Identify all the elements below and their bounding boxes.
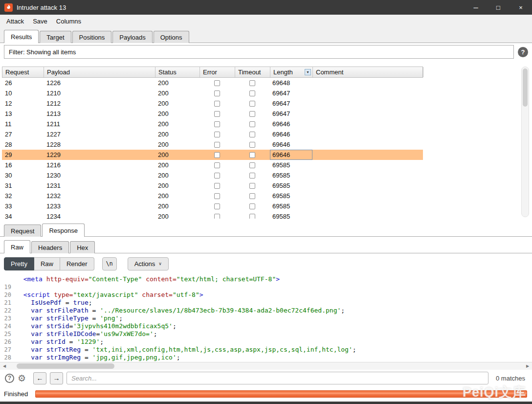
close-icon[interactable]: × <box>510 0 532 15</box>
timeout-checkbox[interactable] <box>249 162 255 168</box>
tab-options[interactable]: Options <box>154 31 189 43</box>
timeout-checkbox[interactable] <box>249 132 255 137</box>
error-checkbox[interactable] <box>214 90 220 96</box>
error-checkbox[interactable] <box>214 132 220 137</box>
timeout-checkbox[interactable] <box>249 193 255 199</box>
error-checkbox-cell <box>200 119 235 129</box>
next-match-button[interactable]: → <box>50 372 63 384</box>
table-row[interactable]: 12121220069647 <box>2 98 423 109</box>
error-checkbox[interactable] <box>214 162 220 168</box>
comment-cell <box>312 191 423 201</box>
tab-hex[interactable]: Hex <box>70 241 95 253</box>
request-cell: 32 <box>2 191 44 201</box>
payload-cell: 1211 <box>44 119 155 129</box>
error-checkbox[interactable] <box>214 121 220 127</box>
line-number: 20 <box>0 291 16 299</box>
request-cell: 29 <box>2 150 44 160</box>
menu-attack[interactable]: Attack <box>2 16 28 26</box>
scroll-left-icon[interactable]: ◀ <box>0 362 9 370</box>
table-row[interactable]: 32123220069585 <box>2 191 423 201</box>
filter-bar[interactable]: Filter: Showing all items <box>4 45 514 59</box>
menu-columns[interactable]: Columns <box>52 16 86 26</box>
horizontal-scrollbar-thumb[interactable] <box>17 363 114 369</box>
error-checkbox[interactable] <box>214 111 220 117</box>
status-cell: 200 <box>155 201 200 211</box>
column-header-request[interactable]: Request <box>2 67 44 77</box>
timeout-checkbox[interactable] <box>249 152 255 158</box>
table-row[interactable]: 16121620069585 <box>2 160 423 170</box>
tab-results[interactable]: Results <box>4 30 39 43</box>
timeout-checkbox[interactable] <box>249 121 255 127</box>
error-checkbox[interactable] <box>214 203 220 209</box>
column-header-payload[interactable]: Payload <box>44 67 155 77</box>
table-row[interactable]: 11121120069646 <box>2 119 423 129</box>
error-checkbox[interactable] <box>214 173 220 179</box>
timeout-checkbox[interactable] <box>249 203 255 209</box>
timeout-checkbox[interactable] <box>249 101 255 107</box>
column-header-error[interactable]: Error <box>200 67 235 77</box>
error-checkbox[interactable] <box>214 193 220 199</box>
title-bar[interactable]: Intruder attack 13 ─ □ × <box>0 0 532 15</box>
actions-button[interactable]: Actions ∨ <box>128 257 169 270</box>
help-icon[interactable]: ? <box>518 47 528 57</box>
timeout-checkbox[interactable] <box>249 111 255 117</box>
code-line: 22 var strFilePath = '../Resource/slaves… <box>0 307 532 314</box>
menu-save[interactable]: Save <box>28 16 52 26</box>
tab-target[interactable]: Target <box>40 31 71 43</box>
timeout-checkbox[interactable] <box>249 173 255 179</box>
search-input[interactable] <box>66 372 488 384</box>
tab-response[interactable]: Response <box>42 224 85 237</box>
table-row[interactable]: 30123020069585 <box>2 170 423 180</box>
table-row[interactable]: 13121320069647 <box>2 109 423 119</box>
horizontal-scrollbar[interactable]: ◀ ▶ <box>0 362 532 370</box>
search-help-icon[interactable]: ? <box>5 374 14 383</box>
table-row[interactable]: 34123420069585 <box>2 211 423 219</box>
error-checkbox[interactable] <box>214 152 220 158</box>
error-checkbox[interactable] <box>214 142 220 148</box>
sort-descending-icon[interactable]: ▼ <box>305 69 311 75</box>
render-button[interactable]: Render <box>60 257 94 270</box>
maximize-icon[interactable]: □ <box>487 0 510 15</box>
table-row[interactable]: 10121020069647 <box>2 88 423 98</box>
timeout-checkbox-cell <box>235 180 270 191</box>
table-row[interactable]: 31123120069585 <box>2 180 423 191</box>
table-row[interactable]: 29122920069646 <box>2 150 423 160</box>
tab-raw[interactable]: Raw <box>4 240 30 253</box>
vertical-scrollbar-thumb[interactable] <box>523 68 528 107</box>
timeout-checkbox[interactable] <box>249 183 255 189</box>
comment-cell <box>312 211 423 219</box>
show-newlines-button[interactable]: \n <box>102 257 117 270</box>
tab-headers[interactable]: Headers <box>31 241 69 253</box>
previous-match-button[interactable]: ← <box>33 372 46 384</box>
vertical-scrollbar[interactable] <box>521 67 529 217</box>
table-row[interactable]: 27122720069646 <box>2 129 423 139</box>
horizontal-scrollbar-track[interactable] <box>9 362 523 370</box>
response-editor[interactable]: <meta http-equiv="Content-Type" content=… <box>0 274 532 362</box>
table-row[interactable]: 28122820069646 <box>2 139 423 150</box>
error-checkbox[interactable] <box>214 101 220 107</box>
table-row[interactable]: 33123320069585 <box>2 201 423 211</box>
timeout-checkbox[interactable] <box>249 90 255 96</box>
error-checkbox[interactable] <box>214 214 220 219</box>
column-header-comment[interactable]: Comment <box>313 67 423 77</box>
timeout-checkbox[interactable] <box>249 214 255 219</box>
timeout-checkbox[interactable] <box>249 142 255 148</box>
column-header-length[interactable]: Length ▼ <box>270 67 313 77</box>
length-cell: 69646 <box>270 119 312 129</box>
timeout-checkbox[interactable] <box>249 80 255 86</box>
table-row[interactable]: 26122620069648 <box>2 78 423 88</box>
tab-positions[interactable]: Positions <box>72 31 112 43</box>
error-checkbox[interactable] <box>214 80 220 86</box>
tab-payloads[interactable]: Payloads <box>112 31 152 43</box>
error-checkbox[interactable] <box>214 183 220 189</box>
raw-button[interactable]: Raw <box>34 257 60 270</box>
status-cell: 200 <box>155 98 200 109</box>
column-header-timeout[interactable]: Timeout <box>235 67 270 77</box>
message-tab-strip: Request Response <box>0 219 532 237</box>
minimize-icon[interactable]: ─ <box>465 0 487 15</box>
column-header-status[interactable]: Status <box>155 67 200 77</box>
scroll-right-icon[interactable]: ▶ <box>523 362 532 370</box>
tab-request[interactable]: Request <box>4 224 41 237</box>
gear-icon[interactable]: ⚙ <box>18 374 26 383</box>
pretty-button[interactable]: Pretty <box>4 257 34 270</box>
